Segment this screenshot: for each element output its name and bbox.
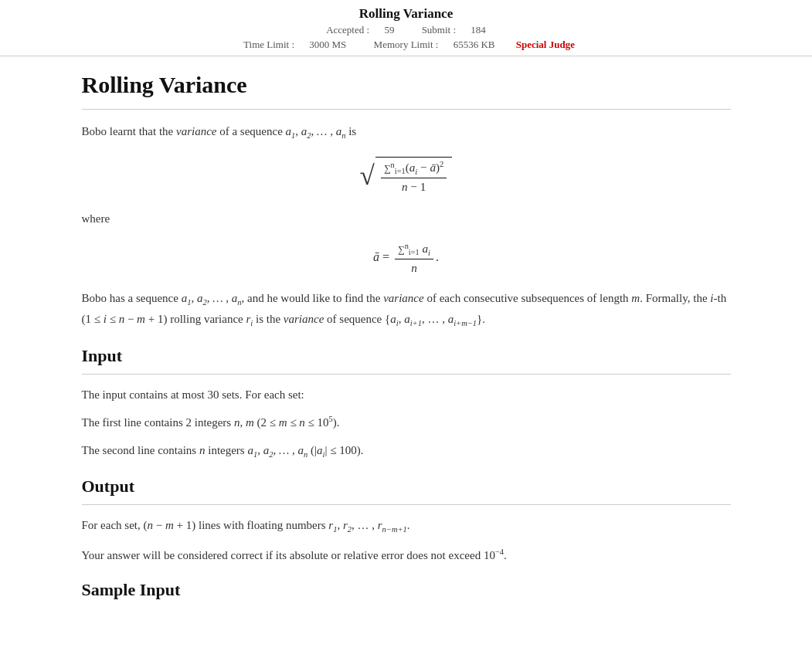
problem-title: Rolling Variance	[82, 72, 731, 98]
mean-fraction: ∑ni=1 ai n	[395, 242, 433, 275]
input-divider	[82, 374, 731, 375]
time-limit: Time Limit : 3000 MS	[237, 39, 355, 50]
frac-denominator: n − 1	[399, 178, 429, 194]
formula-mean: ā = ∑ni=1 ai n .	[82, 242, 731, 275]
problem-header: Rolling Variance Accepted : 59 Submit : …	[0, 0, 812, 56]
radicand: ∑ni=1(ai − ā)2 n − 1	[375, 157, 452, 195]
memory-limit: Memory Limit : 65536 KB	[368, 39, 504, 50]
output-divider	[82, 504, 731, 505]
special-judge-badge: Special Judge	[516, 39, 575, 50]
title-divider	[82, 109, 731, 110]
header-meta: Accepted : 59 Submit : 184	[0, 24, 812, 36]
accepted-stat: Accepted : 59	[320, 24, 403, 36]
formula-variance: √ ∑ni=1(ai − ā)2 n − 1	[82, 157, 731, 195]
main-content: Rolling Variance Bobo learnt that the va…	[36, 56, 777, 631]
sqrt-symbol: √	[360, 164, 375, 188]
header-limits: Time Limit : 3000 MS Memory Limit : 6553…	[0, 39, 812, 51]
input-desc1: The input contains at most 30 sets. For …	[82, 385, 731, 404]
mean-numerator: ∑ni=1 ai	[395, 242, 433, 259]
mean-denominator: n	[408, 259, 420, 275]
output-desc2: Your answer will be considered correct i…	[82, 546, 731, 565]
header-title: Rolling Variance	[0, 6, 812, 22]
input-section-title: Input	[82, 346, 731, 366]
output-desc1: For each set, (n − m + 1) lines with flo…	[82, 516, 731, 537]
input-desc3: The second line contains n integers a1, …	[82, 441, 731, 462]
input-desc2: The first line contains 2 integers n, m …	[82, 413, 731, 432]
output-section-title: Output	[82, 476, 731, 497]
intro-paragraph: Bobo learnt that the variance of a seque…	[82, 122, 731, 143]
variance-fraction: ∑ni=1(ai − ā)2 n − 1	[381, 160, 447, 194]
sample-input-title: Sample Input	[82, 580, 731, 600]
bobo-paragraph: Bobo has a sequence a1, a2, … , an, and …	[82, 289, 731, 331]
submit-stat: Submit : 184	[416, 24, 492, 36]
frac-numerator: ∑ni=1(ai − ā)2	[381, 160, 447, 178]
where-text: where	[82, 209, 731, 228]
